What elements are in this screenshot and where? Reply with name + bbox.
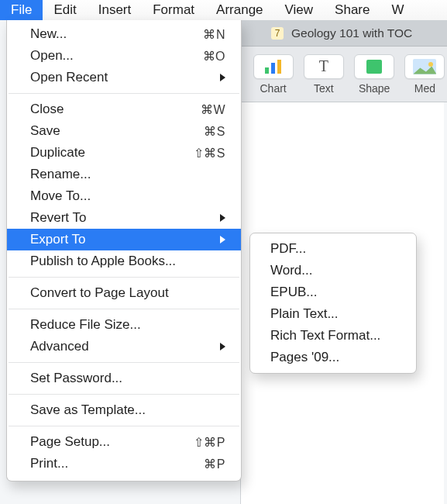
chart-button-label: Chart [260, 82, 287, 95]
menu-item-export-to[interactable]: Export To [7, 229, 241, 250]
media-icon [413, 59, 436, 74]
menu-item-publish-apple-books[interactable]: Publish to Apple Books... [7, 250, 241, 272]
shortcut-label: ⌘O [203, 49, 225, 64]
shape-button[interactable]: Shape [352, 54, 397, 95]
export-plain-text[interactable]: Plain Text... [250, 303, 416, 325]
export-rtf[interactable]: Rich Text Format... [250, 325, 416, 347]
menu-separator [9, 426, 239, 426]
menu-item-print[interactable]: Print... ⌘P [7, 453, 241, 475]
shortcut-label: ⌘N [203, 27, 225, 42]
chart-button[interactable]: Chart [251, 54, 295, 95]
export-pages-09[interactable]: Pages '09... [250, 347, 416, 368]
menu-item-close[interactable]: Close ⌘W [7, 98, 241, 120]
menu-item-open[interactable]: Open... ⌘O [7, 45, 241, 67]
menu-item-move-to[interactable]: Move To... [7, 185, 241, 207]
menu-separator [9, 93, 239, 94]
shortcut-label: ⇧⌘S [194, 146, 225, 161]
text-button-label: Text [314, 82, 334, 95]
menu-item-revert-to[interactable]: Revert To [7, 207, 241, 229]
chart-icon [265, 60, 281, 74]
menu-arrange[interactable]: Arrange [205, 0, 273, 20]
menu-item-page-setup[interactable]: Page Setup... ⇧⌘P [7, 431, 241, 453]
menu-item-save-as-template[interactable]: Save as Template... [7, 399, 241, 421]
media-button-label: Med [414, 82, 435, 95]
menu-item-save[interactable]: Save ⌘S [7, 120, 241, 142]
menu-item-duplicate[interactable]: Duplicate ⇧⌘S [7, 142, 241, 164]
text-button[interactable]: T Text [301, 54, 346, 95]
menu-item-new[interactable]: New... ⌘N [7, 23, 241, 45]
menu-file[interactable]: File [0, 0, 43, 20]
toolbar: Chart T Text Shape Med [240, 47, 447, 102]
menu-view[interactable]: View [274, 0, 325, 20]
menu-item-advanced[interactable]: Advanced [7, 336, 241, 357]
shortcut-label: ⌘P [204, 457, 225, 471]
export-word[interactable]: Word... [250, 260, 416, 281]
media-button[interactable]: Med [403, 54, 447, 95]
menu-insert[interactable]: Insert [88, 0, 143, 20]
menu-item-open-recent[interactable]: Open Recent [7, 67, 241, 88]
export-to-submenu: PDF... Word... EPUB... Plain Text... Ric… [249, 233, 417, 374]
shape-button-label: Shape [359, 82, 390, 95]
document-icon: 7 [271, 27, 284, 40]
menu-item-set-password[interactable]: Set Password... [7, 368, 241, 389]
menu-window-cut[interactable]: W [380, 0, 414, 20]
chevron-right-icon [220, 74, 225, 81]
menu-item-rename[interactable]: Rename... [7, 164, 241, 185]
shortcut-label: ⇧⌘P [194, 435, 225, 450]
menu-item-reduce-file-size[interactable]: Reduce File Size... [7, 314, 241, 336]
menu-format[interactable]: Format [142, 0, 205, 20]
export-pdf[interactable]: PDF... [250, 238, 416, 260]
chevron-right-icon [220, 236, 225, 243]
tab-title: Geology 101 with TOC [291, 26, 412, 40]
menu-separator [9, 394, 239, 395]
text-icon: T [319, 57, 328, 75]
menu-separator [9, 362, 239, 363]
shortcut-label: ⌘W [201, 102, 225, 117]
chevron-right-icon [220, 214, 225, 222]
shortcut-label: ⌘S [204, 124, 225, 139]
menubar: File Edit Insert Format Arrange View Sha… [0, 0, 447, 20]
menu-item-convert-layout[interactable]: Convert to Page Layout [7, 282, 241, 304]
menu-edit[interactable]: Edit [43, 0, 87, 20]
tab-strip: 7 Geology 101 with TOC [240, 20, 447, 47]
chevron-right-icon [220, 343, 225, 350]
file-dropdown-menu: New... ⌘N Open... ⌘O Open Recent Close ⌘… [6, 20, 242, 482]
menu-separator [9, 309, 239, 309]
menu-share[interactable]: Share [324, 0, 380, 20]
export-epub[interactable]: EPUB... [250, 281, 416, 303]
menu-separator [9, 277, 239, 278]
shape-icon [366, 60, 382, 74]
